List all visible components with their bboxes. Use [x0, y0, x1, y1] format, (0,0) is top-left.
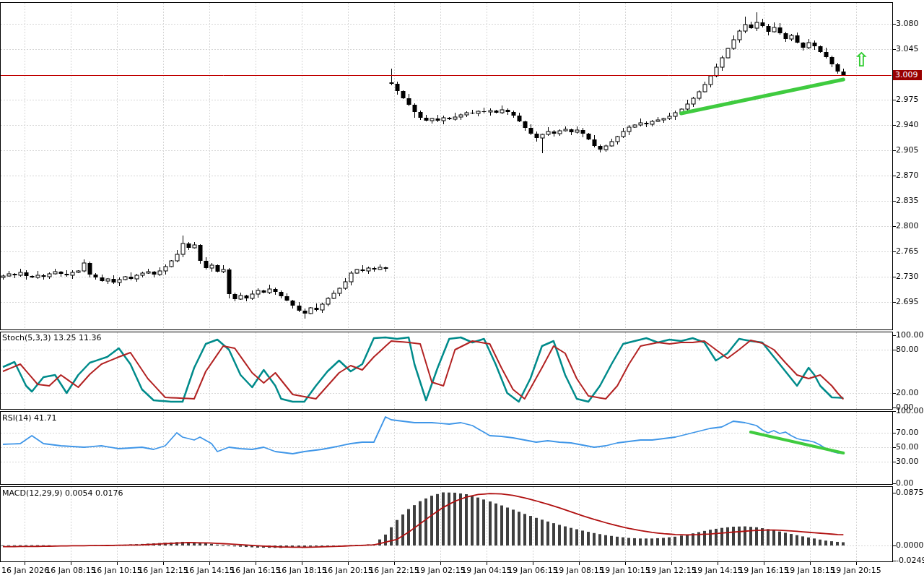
price-tick-label: 2.870: [896, 171, 919, 180]
stoch-indicator-label: Stoch(5,3,3) 13.25 11.36: [2, 333, 102, 342]
rsi-indicator-label: RSI(14) 41.71: [2, 413, 56, 423]
price-tick-label: 2.765: [896, 246, 919, 256]
macd-tick-label: -0.0249: [896, 556, 924, 565]
stoch-tick-label: 20.00: [896, 388, 919, 397]
macd-indicator-label: MACD(12,29,9) 0.0054 0.0176: [2, 488, 123, 498]
rsi-tick-label: 100.00: [896, 406, 924, 415]
rsi-tick-label: 30.00: [896, 457, 919, 466]
price-tick-label: 2.835: [896, 196, 919, 205]
price-tick-label: 2.940: [896, 120, 919, 129]
macd-tick-label: 0.0875: [896, 488, 924, 497]
chart-canvas[interactable]: [0, 0, 924, 578]
stoch-tick-label: 80.00: [896, 345, 919, 354]
up-arrow-icon[interactable]: ⇧: [853, 50, 870, 69]
price-tick-label: 2.695: [896, 297, 919, 306]
macd-tick-label: 0.0000: [896, 540, 924, 550]
price-tick-label: 3.045: [896, 44, 919, 53]
price-tick-label: 3.080: [896, 19, 919, 28]
price-badge: 3.009: [893, 70, 922, 80]
price-tick-label: 2.800: [896, 221, 919, 230]
rsi-tick-label: 50.00: [896, 442, 919, 452]
rsi-tick-label: 70.00: [896, 428, 919, 437]
price-tick-label: 2.905: [896, 145, 919, 155]
trading-chart-window: Stoch(5,3,3) 13.25 11.36 RSI(14) 41.71 M…: [0, 0, 924, 578]
stoch-tick-label: 100.00: [896, 330, 924, 340]
price-tick-label: 2.730: [896, 272, 919, 281]
rsi-tick-label: 0.00: [896, 478, 914, 488]
price-tick-label: 2.975: [896, 95, 919, 104]
time-tick-label: 19 Jan 20:15: [823, 566, 889, 575]
